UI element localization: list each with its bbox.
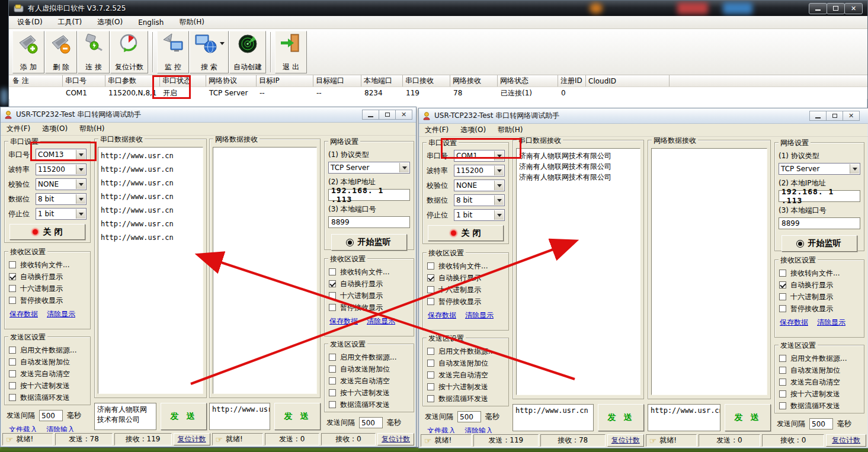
menu-help[interactable]: 帮助(H) — [498, 125, 523, 135]
checkbox[interactable] — [779, 355, 786, 362]
col-target-port[interactable]: 目标端口 — [313, 75, 361, 86]
start-listen-button[interactable]: 开始监听 — [781, 235, 857, 252]
clear-input-link[interactable]: 清除输入 — [46, 425, 75, 432]
clear-display-link[interactable]: 清除显示 — [367, 316, 395, 326]
monitor-button[interactable]: 监 控 — [157, 31, 189, 73]
checkbox[interactable] — [779, 305, 786, 312]
local-port-input[interactable]: 8899 — [328, 216, 410, 228]
load-file-link[interactable]: 文件载入 — [9, 425, 37, 432]
net-send-button[interactable]: 发 送 — [274, 403, 321, 430]
reset-count-button[interactable]: 复位计数 — [607, 434, 644, 447]
search-dropdown-arrow[interactable] — [220, 42, 225, 47]
reset-count-button[interactable]: 复位计数 — [174, 433, 210, 445]
load-file-link[interactable]: 文件载入 — [427, 426, 456, 433]
save-data-link[interactable]: 保存数据 — [428, 310, 456, 320]
serial-recv-listbox[interactable]: 济南有人物联网技术有限公司 济南有人物联网技术有限公司 济南有人物联网技术有限公… — [516, 148, 640, 395]
checkbox[interactable] — [427, 360, 434, 367]
serial-recv-listbox[interactable]: http://www.usr.cn http://www.usr.cn http… — [98, 147, 203, 394]
col-serial-rx[interactable]: 串口接收 — [403, 75, 450, 86]
menu-tools[interactable]: 工具(T) — [58, 17, 82, 27]
right-titlebar[interactable]: USR-TCP232-Test 串口转网络调试助手 ✕ — [419, 108, 868, 124]
left-titlebar[interactable]: USR-TCP232-Test 串口转网络调试助手 ✕ — [1, 107, 416, 123]
serial-send-button[interactable]: 发 送 — [161, 403, 207, 430]
parity-select[interactable]: NONE — [36, 178, 87, 190]
col-local-port[interactable]: 本地端口 — [361, 75, 403, 86]
stopbits-select[interactable]: 1 bit — [454, 209, 505, 221]
save-data-link[interactable]: 保存数据 — [329, 316, 358, 326]
checkbox[interactable] — [427, 262, 434, 270]
menu-file[interactable]: 文件(F) — [425, 125, 449, 135]
checkbox[interactable] — [329, 401, 336, 408]
start-listen-button[interactable]: 开始监听 — [331, 234, 407, 251]
checkbox[interactable] — [9, 394, 16, 401]
local-ip-input[interactable]: 192.168. 1 .113 — [779, 190, 860, 202]
reset-count-button[interactable]: 复位计数 — [377, 433, 414, 445]
reset-count-button[interactable]: 复位计数 — [110, 31, 148, 73]
close-port-button[interactable]: 关 闭 — [428, 225, 504, 241]
checkbox[interactable] — [427, 286, 434, 293]
menu-device[interactable]: 设备(D) — [17, 17, 43, 27]
add-port-button[interactable]: 添 加 — [12, 31, 44, 73]
checkbox[interactable] — [427, 395, 434, 402]
checkbox[interactable] — [9, 285, 16, 292]
local-port-input[interactable]: 8899 — [779, 217, 860, 229]
col-com[interactable]: 串口号 — [63, 75, 105, 86]
menu-options[interactable]: 选项(O) — [460, 125, 486, 135]
search-button[interactable]: 搜 索 — [190, 31, 229, 73]
checkbox[interactable] — [427, 298, 434, 305]
port-table-row[interactable]: COM1 115200,N,8,1 开启 TCP Server -- -- 82… — [9, 87, 867, 99]
close-button[interactable]: ✕ — [395, 110, 412, 120]
checkbox[interactable] — [779, 293, 786, 300]
checkbox[interactable] — [9, 382, 16, 389]
close-button[interactable]: ✕ — [843, 111, 860, 121]
col-note[interactable]: 备 注 — [10, 75, 63, 86]
serial-send-button[interactable]: 发 送 — [598, 404, 644, 431]
checkbox[interactable] — [9, 297, 16, 304]
exit-button[interactable]: 退 出 — [275, 31, 307, 73]
net-recv-listbox[interactable] — [651, 148, 767, 395]
menu-options[interactable]: 选项(O) — [42, 124, 68, 134]
checkbox[interactable] — [9, 370, 16, 377]
checkbox[interactable] — [329, 292, 336, 299]
autocreate-button[interactable]: 自动创建 — [229, 31, 266, 73]
minimize-button[interactable] — [362, 110, 379, 120]
checkbox[interactable] — [329, 268, 336, 275]
clear-input-link[interactable]: 清除输入 — [465, 426, 493, 433]
parity-select[interactable]: NONE — [454, 179, 505, 191]
col-net-rx[interactable]: 网络接收 — [450, 75, 498, 86]
send-interval-input[interactable] — [39, 410, 63, 421]
restore-button[interactable] — [826, 111, 843, 121]
col-reg-id[interactable]: 注册ID — [558, 75, 586, 86]
maximize-button[interactable] — [827, 3, 845, 14]
minimize-button[interactable] — [809, 111, 827, 121]
checkbox-checked[interactable] — [329, 280, 336, 287]
net-send-input[interactable]: http://www.usr.cn — [209, 403, 270, 430]
col-proto[interactable]: 网络协议 — [206, 75, 257, 86]
baud-select[interactable]: 115200 — [36, 164, 87, 175]
net-recv-listbox[interactable] — [213, 147, 317, 394]
col-cloud-id[interactable]: CloudID — [586, 75, 670, 86]
menu-help[interactable]: 帮助(H) — [79, 124, 104, 134]
menu-file[interactable]: 文件(F) — [7, 124, 30, 134]
delete-port-button[interactable]: 删 除 — [45, 31, 77, 73]
databits-select[interactable]: 8 bit — [36, 193, 87, 205]
clear-display-link[interactable]: 清除显示 — [465, 310, 494, 320]
checkbox[interactable] — [9, 347, 16, 354]
serial-send-input[interactable]: 济南有人物联网技术有限公司 — [94, 403, 156, 430]
net-send-input[interactable]: http://www.usr.cn — [648, 404, 720, 431]
send-interval-input[interactable] — [359, 417, 383, 428]
local-ip-input[interactable]: 192.168. 1 .113 — [328, 189, 410, 201]
send-interval-input[interactable] — [809, 418, 833, 429]
net-send-button[interactable]: 发 送 — [725, 404, 771, 431]
restore-button[interactable] — [379, 110, 396, 120]
checkbox[interactable] — [329, 377, 336, 384]
checkbox-checked[interactable] — [9, 273, 16, 280]
checkbox[interactable] — [779, 390, 786, 397]
stopbits-select[interactable]: 1 bit — [36, 208, 87, 220]
main-titlebar[interactable]: 有人虚拟串口软件 V3.7.2.525 ✕ — [9, 1, 867, 16]
col-net-state[interactable]: 网络状态 — [498, 75, 558, 86]
checkbox[interactable] — [329, 366, 336, 373]
clear-display-link[interactable]: 清除显示 — [817, 318, 845, 328]
reset-count-button[interactable]: 复位计数 — [826, 434, 866, 447]
checkbox[interactable] — [9, 261, 16, 268]
